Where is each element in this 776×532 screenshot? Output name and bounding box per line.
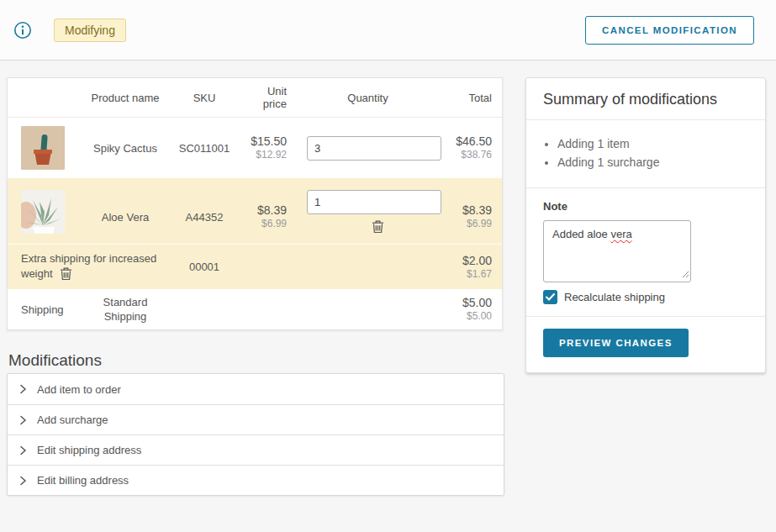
accordion-label: Edit billing address [37,474,129,487]
chevron-right-icon [19,384,27,394]
product-image-spiky-cactus [21,126,65,170]
remove-item-button[interactable] [370,219,386,235]
line-total: $2.00 [449,254,492,268]
line-total-secondary: $5.00 [449,310,492,323]
preview-changes-button[interactable]: PREVIEW CHANGES [543,329,689,357]
summary-item: Adding 1 surcharge [557,155,748,169]
unit-price-secondary: $6.99 [241,218,287,230]
recalculate-shipping-checkbox[interactable]: Recalculate shipping [543,290,748,304]
accordion-label: Edit shipping address [37,444,141,456]
misspelled-word: vera [610,228,631,240]
summary-list: Adding 1 item Adding 1 surcharge [526,119,765,187]
product-image-aloe-vera [21,190,65,234]
trash-icon [60,267,72,281]
accordion-label: Add surcharge [37,413,108,426]
table-row-spiky-cactus: Spiky Cactus SC011001 $15.50 $12.92 $46.… [8,118,502,178]
unit-price-secondary: $12.92 [241,149,287,161]
summary-panel: Summary of modifications Adding 1 item A… [525,77,766,373]
summary-item: Adding 1 item [557,137,748,150]
surcharge-label: Extra shipping for increased weight [21,252,156,280]
chevron-right-icon [19,415,27,425]
order-modification-page: Modifying CANCEL MODIFICATION Product na… [0,0,776,532]
checkmark-icon [546,293,555,301]
header-unit-price: Unit price [241,85,287,110]
line-total-secondary: $1.67 [449,268,492,281]
trash-icon [372,220,384,234]
chevron-right-icon [19,476,27,486]
header-sku: SKU [167,92,241,104]
product-sku: SC011001 [167,142,241,155]
line-total: $46.50 [449,134,492,149]
table-row-surcharge: Extra shipping for increased weight 0000… [8,244,502,289]
status-badge: Modifying [54,18,126,42]
quantity-input-spiky-cactus[interactable] [307,136,441,161]
cancel-modification-button[interactable]: CANCEL MODIFICATION [585,16,754,45]
line-total: $5.00 [449,296,492,310]
line-total-secondary: $38.76 [449,149,492,161]
line-total-secondary: $6.99 [449,218,492,230]
product-sku: A44352 [167,211,241,224]
accordion-add-item-to-order[interactable]: Add item to order [8,374,504,404]
shipping-label: Shipping [21,303,83,316]
table-row-shipping: Shipping Standard Shipping $5.00 $5.00 [8,289,502,329]
table-header-row: Product name SKU Unit price Quantity Tot… [8,78,502,118]
modifications-title: Modifications [8,351,102,370]
order-items-table: Product name SKU Unit price Quantity Tot… [7,77,503,330]
product-name: Spiky Cactus [83,142,167,155]
accordion-edit-shipping-address[interactable]: Edit shipping address [8,435,504,465]
surcharge-sku: 00001 [167,261,241,273]
info-icon[interactable] [13,21,32,40]
header-quantity: Quantity [287,92,449,104]
accordion-label: Add item to order [37,383,121,396]
unit-price: $15.50 [241,134,287,149]
header-product-name: Product name [83,92,167,104]
unit-price: $8.39 [241,203,287,218]
remove-surcharge-button[interactable] [58,266,74,282]
modifications-accordion: Add item to order Add surcharge Edit shi… [7,373,504,496]
accordion-add-surcharge[interactable]: Add surcharge [8,404,504,435]
top-bar: Modifying CANCEL MODIFICATION [0,0,776,61]
chevron-right-icon [19,445,27,456]
note-textarea[interactable]: Added aloe vera [543,220,691,282]
recalculate-shipping-label: Recalculate shipping [564,291,665,303]
shipping-method: Standard Shipping [83,295,167,324]
product-name: Aloe Vera [83,211,167,224]
accordion-edit-billing-address[interactable]: Edit billing address [8,465,504,495]
header-total: Total [449,92,492,104]
table-row-aloe-vera: Aloe Vera A44352 $8.39 $6.99 [8,178,502,244]
quantity-input-aloe-vera[interactable] [307,190,441,214]
resize-handle-icon[interactable] [681,268,689,281]
note-label: Note [543,200,748,213]
summary-title: Summary of modifications [543,91,748,108]
line-total: $8.39 [449,203,492,218]
